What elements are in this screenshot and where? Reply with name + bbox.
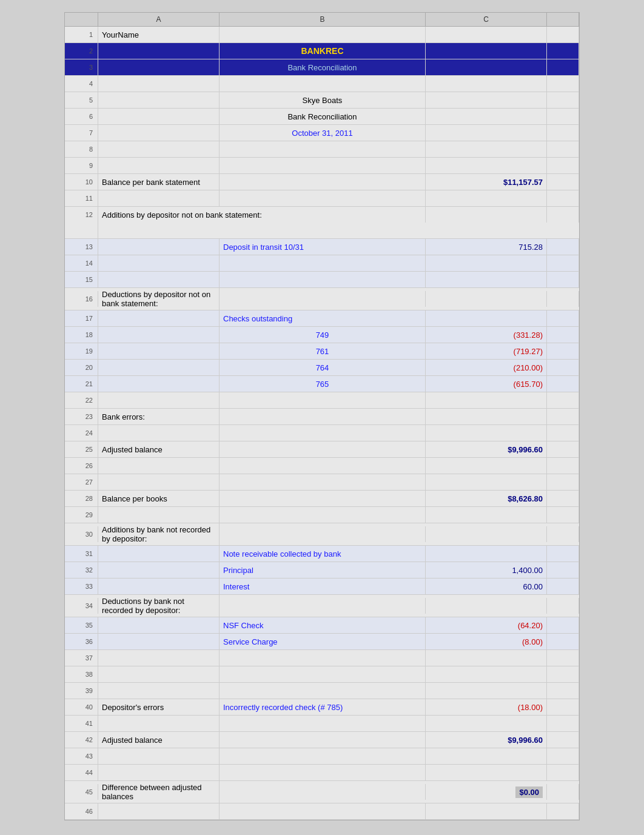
- cell-b38: [220, 666, 426, 682]
- cell-a44: [98, 765, 220, 780]
- row-num: 2: [65, 43, 98, 59]
- row-num: 5: [65, 92, 98, 108]
- row-num: 35: [65, 617, 98, 633]
- cell-b44: [220, 765, 426, 780]
- cell-b34: [220, 598, 426, 614]
- cell-b25: [220, 441, 426, 457]
- row-num: 39: [65, 683, 98, 699]
- cell-c7: [426, 125, 547, 141]
- cell-a36: [98, 634, 220, 649]
- table-row: 34 Deductions by bank not recorded by de…: [65, 595, 579, 617]
- column-headers: A B C: [65, 13, 579, 27]
- cell-c13: 715.28: [426, 239, 547, 255]
- table-row: 19 761 (719.27): [65, 343, 579, 360]
- table-row: 32 Principal 1,400.00: [65, 562, 579, 578]
- cell-a33: [98, 578, 220, 594]
- cell-d42: [547, 732, 579, 748]
- cell-d28: [547, 491, 579, 506]
- cell-d26: [547, 458, 579, 474]
- cell-b18: 749: [220, 327, 426, 343]
- cell-d39: [547, 683, 579, 699]
- cell-b11: [220, 190, 426, 206]
- cell-d27: [547, 474, 579, 490]
- cell-c11: [426, 190, 547, 206]
- row-num: 27: [65, 474, 98, 490]
- cell-c2: [426, 43, 547, 59]
- cell-a4: [98, 76, 220, 92]
- row-num: 6: [65, 109, 98, 124]
- row-num: 10: [65, 174, 98, 190]
- cell-b33: Interest: [220, 578, 426, 594]
- row-num: 33: [65, 578, 98, 594]
- cell-a32: [98, 562, 220, 578]
- cell-d6: [547, 109, 579, 124]
- table-row: 14: [65, 255, 579, 272]
- cell-c34: [426, 598, 547, 614]
- cell-a1: YourName: [98, 27, 220, 42]
- row-num: 14: [65, 255, 98, 271]
- cell-b27: [220, 474, 426, 490]
- cell-b10: [220, 174, 426, 190]
- cell-b7: October 31, 2011: [220, 125, 426, 141]
- cell-d15: [547, 272, 579, 287]
- cell-a5: [98, 92, 220, 108]
- cell-c6: [426, 109, 547, 124]
- cell-c17: [426, 310, 547, 326]
- cell-a41: [98, 716, 220, 731]
- cell-a6: [98, 109, 220, 124]
- cell-d2: [547, 43, 579, 59]
- row-num: 4: [65, 76, 98, 92]
- cell-c20: (210.00): [426, 360, 547, 375]
- cell-d37: [547, 650, 579, 666]
- cell-a31: [98, 546, 220, 562]
- cell-c30: [426, 526, 547, 542]
- cell-a3: [98, 59, 220, 75]
- cell-a11: [98, 190, 220, 206]
- cell-a15: [98, 272, 220, 287]
- table-row: 6 Bank Reconciliation: [65, 109, 579, 125]
- cell-a12: Additions by depositor not on bank state…: [98, 207, 426, 223]
- row-num: 28: [65, 491, 98, 506]
- cell-b41: [220, 716, 426, 731]
- cell-c1: [426, 27, 547, 42]
- row-num: 26: [65, 458, 98, 474]
- cell-d5: [547, 92, 579, 108]
- cell-c5: [426, 92, 547, 108]
- table-row: 3 Bank Reconciliation: [65, 59, 579, 76]
- cell-d19: [547, 343, 579, 359]
- cell-b42: [220, 732, 426, 748]
- table-row: 40 Depositor's errors Incorrectly record…: [65, 699, 579, 716]
- cell-c9: [426, 158, 547, 173]
- table-row: 11: [65, 190, 579, 207]
- row-num: 11: [65, 190, 98, 206]
- cell-d25: [547, 441, 579, 457]
- row-num: 16: [65, 291, 98, 307]
- table-row: 45 Difference between adjusted balances …: [65, 781, 579, 803]
- cell-c36: (8.00): [426, 634, 547, 649]
- table-row: 38: [65, 666, 579, 683]
- row-num: 36: [65, 634, 98, 649]
- cell-b21: 765: [220, 376, 426, 392]
- cell-c37: [426, 650, 547, 666]
- cell-b16: [220, 291, 426, 307]
- row-num: 18: [65, 327, 98, 343]
- table-row: 8: [65, 141, 579, 158]
- cell-a14: [98, 255, 220, 271]
- row-num: 12: [65, 207, 98, 223]
- cell-b26: [220, 458, 426, 474]
- row-num: 34: [65, 598, 98, 614]
- cell-b12: [426, 207, 547, 223]
- row-num: 23: [65, 409, 98, 424]
- row-num: 37: [65, 650, 98, 666]
- cell-a42: Adjusted balance: [98, 732, 220, 748]
- table-row: 4: [65, 76, 579, 92]
- row-num: 41: [65, 716, 98, 731]
- cell-a25: Adjusted balance: [98, 441, 220, 457]
- cell-c22: [426, 392, 547, 408]
- cell-b29: [220, 507, 426, 523]
- cell-c15: [426, 272, 547, 287]
- table-row: 27: [65, 474, 579, 491]
- cell-a13: [98, 239, 220, 255]
- cell-d45: [547, 784, 579, 800]
- cell-c33: 60.00: [426, 578, 547, 594]
